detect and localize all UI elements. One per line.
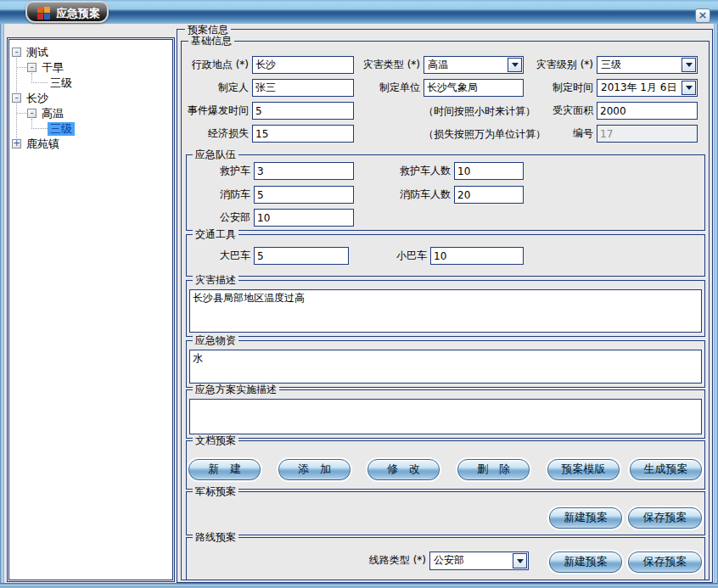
new-doc-button[interactable]: 新 建 xyxy=(188,459,261,480)
make-time-label: 制定时间 xyxy=(519,79,593,97)
disaster-type-value: 高温 xyxy=(428,58,448,72)
impl-desc-legend: 应急方案实施描述 xyxy=(193,384,279,395)
doc-plan-legend: 文档预案 xyxy=(193,434,238,446)
fire-truck-label: 消防车 xyxy=(176,186,250,204)
basic-info-legend: 基础信息 xyxy=(188,35,234,47)
tree-expander-collapse-icon[interactable]: - xyxy=(27,109,36,118)
disaster-desc-textarea[interactable]: 长沙县局部地区温度过高 xyxy=(189,289,702,333)
police-input[interactable] xyxy=(254,209,354,227)
make-time-datepicker[interactable]: 2013年 1月 6日 xyxy=(597,79,698,97)
tree-expander-expand-icon[interactable]: + xyxy=(12,139,21,148)
doc-plan-groupbox xyxy=(186,440,705,490)
maker-input[interactable] xyxy=(252,79,354,97)
tree-connector xyxy=(17,67,26,68)
window-frame-right xyxy=(714,24,718,583)
military-plan-legend: 军标预案 xyxy=(193,485,238,497)
admin-location-input[interactable] xyxy=(252,56,354,74)
route-plan-legend: 路线预案 xyxy=(193,531,238,543)
tree-item-level3[interactable]: 三级 xyxy=(48,76,75,90)
route-type-label: 线路类型 (*) xyxy=(351,552,426,569)
chevron-down-icon[interactable] xyxy=(513,553,527,568)
serial-number-input xyxy=(597,125,698,143)
affected-area-label: 受灾面积 xyxy=(519,102,593,120)
disaster-desc-legend: 灾害描述 xyxy=(193,274,238,286)
ambulance-input[interactable] xyxy=(254,162,354,180)
admin-location-label: 行政地点 (*) xyxy=(174,56,249,74)
make-time-value: 2013年 1月 6日 xyxy=(601,81,676,95)
supplies-legend: 应急物资 xyxy=(193,334,238,346)
supplies-textarea[interactable]: 水 xyxy=(189,350,702,384)
military-new-plan-button[interactable]: 新建预案 xyxy=(549,507,622,529)
route-new-plan-button[interactable]: 新建预案 xyxy=(549,552,622,573)
burst-time-label: 事件爆发时间 xyxy=(174,102,249,120)
bus-input[interactable] xyxy=(254,247,349,265)
modify-doc-button[interactable]: 修 改 xyxy=(367,459,440,480)
route-type-select[interactable]: 公安部 xyxy=(429,552,529,570)
add-doc-button[interactable]: 添 加 xyxy=(278,459,351,480)
disaster-type-label: 灾害类型 (*) xyxy=(345,56,420,74)
tree-item-hightemp[interactable]: 高温 xyxy=(39,107,66,120)
fire-truck-input[interactable] xyxy=(254,186,354,204)
window-title: 应急预案 xyxy=(56,6,100,21)
disaster-level-label: 灾害级别 (*) xyxy=(519,56,593,74)
window-frame-bottom xyxy=(0,583,718,588)
route-save-plan-button[interactable]: 保存预案 xyxy=(628,552,702,573)
tree-item-test[interactable]: 测试 xyxy=(24,46,51,59)
app-tiles-icon xyxy=(37,7,50,20)
military-save-plan-button[interactable]: 保存预案 xyxy=(628,507,702,529)
tree-connector xyxy=(17,113,26,114)
serial-number-label: 编号 xyxy=(519,125,593,143)
fire-crew-label: 消防车人数 xyxy=(376,186,451,204)
disaster-level-select[interactable]: 三级 xyxy=(597,56,698,74)
affected-area-input[interactable] xyxy=(597,102,698,120)
tree-item-level3-selected[interactable]: 三级 xyxy=(48,122,75,136)
generate-plan-button[interactable]: 生成预案 xyxy=(630,459,702,480)
chevron-down-icon[interactable] xyxy=(682,81,696,95)
ambulance-label: 救护车 xyxy=(176,162,250,180)
disaster-level-value: 三级 xyxy=(601,58,621,72)
route-type-value: 公安部 xyxy=(434,553,464,568)
delete-doc-button[interactable]: 删 除 xyxy=(457,459,530,480)
maker-label: 制定人 xyxy=(174,79,249,97)
close-icon[interactable]: × xyxy=(695,8,710,23)
transport-legend: 交通工具 xyxy=(193,228,238,240)
tree-item-changsha[interactable]: 长沙 xyxy=(24,92,51,105)
tree-expander-collapse-icon[interactable]: - xyxy=(12,48,21,57)
plan-template-button[interactable]: 预案模版 xyxy=(547,459,620,480)
title-bar: 应急预案 × xyxy=(0,0,718,24)
fire-crew-input[interactable] xyxy=(454,186,524,204)
app-title-tab: 应急预案 xyxy=(25,1,109,23)
burst-time-input[interactable] xyxy=(252,102,354,120)
ambulance-crew-label: 救护车人数 xyxy=(376,162,451,180)
bus-label: 大巴车 xyxy=(176,247,250,265)
window-frame-left xyxy=(0,24,4,583)
police-label: 公安部 xyxy=(176,209,250,227)
plan-info-legend: 预案信息 xyxy=(185,24,231,36)
minibus-label: 小巴车 xyxy=(352,247,427,265)
ambulance-crew-input[interactable] xyxy=(454,162,524,180)
tree-item-drought[interactable]: 干旱 xyxy=(39,61,66,75)
unit-input[interactable] xyxy=(424,79,524,97)
economic-loss-label: 经济损失 xyxy=(174,125,249,143)
tree-panel xyxy=(8,39,173,580)
tree-expander-collapse-icon[interactable]: - xyxy=(27,63,36,72)
chevron-down-icon[interactable] xyxy=(682,58,696,72)
impl-desc-textarea[interactable] xyxy=(189,399,702,434)
tree-item-luyuanzhen[interactable]: 鹿苑镇 xyxy=(24,137,62,151)
app-window: 应急预案 × - 测试 - 干旱 三级 - 长沙 - 高温 三级 + 鹿苑镇 预… xyxy=(0,0,718,588)
minibus-input[interactable] xyxy=(430,247,524,265)
military-plan-groupbox xyxy=(186,491,705,535)
tree-connector xyxy=(31,82,48,83)
tree-expander-collapse-icon[interactable]: - xyxy=(12,93,21,103)
unit-label: 制定单位 xyxy=(345,79,420,97)
economic-loss-input[interactable] xyxy=(252,125,354,143)
tree-connector xyxy=(31,128,48,129)
teams-legend: 应急队伍 xyxy=(193,148,238,160)
disaster-type-select[interactable]: 高温 xyxy=(424,56,524,74)
